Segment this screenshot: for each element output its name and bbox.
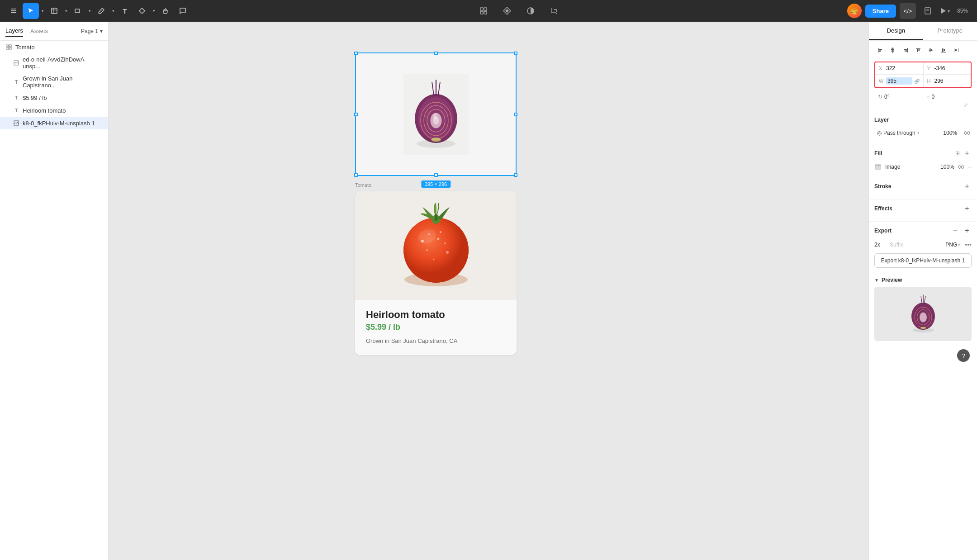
constrain-icon[interactable]: 🔗 <box>914 79 920 84</box>
code-button[interactable]: </> <box>900 3 916 19</box>
selected-frame[interactable]: 395 × 296 <box>355 52 517 176</box>
svg-point-49 <box>433 259 434 260</box>
y-field[interactable]: Y -346 <box>923 62 971 75</box>
corner-field[interactable]: ⌐ 0 <box>923 92 972 102</box>
layer-visibility-button[interactable] <box>963 128 972 138</box>
tab-assets[interactable]: Assets <box>30 26 48 36</box>
fill-add-button[interactable]: + <box>963 149 972 158</box>
preview-title: Preview <box>882 277 902 283</box>
resize-handle-bm[interactable] <box>434 173 438 177</box>
book-button[interactable] <box>920 3 936 19</box>
preview-header[interactable]: ▼ Preview <box>869 272 977 287</box>
component2-button[interactable] <box>499 3 515 19</box>
svg-rect-55 <box>879 49 882 50</box>
svg-rect-22 <box>9 45 11 47</box>
resize-handle-lm[interactable] <box>354 113 358 116</box>
component-tool-button[interactable] <box>134 3 150 19</box>
select-tool-arrow[interactable]: ▾ <box>40 3 45 19</box>
component-tool-arrow[interactable]: ▾ <box>151 3 157 19</box>
contrast-button[interactable] <box>522 3 539 19</box>
layer-opacity[interactable]: 100% <box>940 128 960 138</box>
export-scale[interactable]: 2x <box>874 242 887 248</box>
resize-handle-tr[interactable] <box>514 52 517 55</box>
tab-design[interactable]: Design <box>869 22 923 40</box>
resize-mode-button[interactable]: ⤢ <box>963 102 968 108</box>
fill-grid-icon[interactable]: ⊞ <box>955 150 960 157</box>
hand-tool-button[interactable] <box>157 3 174 19</box>
svg-rect-2 <box>11 12 16 13</box>
x-field[interactable]: X 322 <box>875 62 923 75</box>
share-button[interactable]: Share <box>865 5 896 18</box>
center-tools <box>193 3 845 19</box>
zoom-level[interactable]: 85% <box>953 6 972 16</box>
select-tool-button[interactable] <box>23 3 39 19</box>
export-add-button[interactable]: + <box>963 226 972 235</box>
export-more-button[interactable]: ••• <box>965 241 972 248</box>
layer-item-image1[interactable]: ed-o-neil-AvvdZlhDowA-unsp... <box>0 53 108 72</box>
frame-tool-button[interactable] <box>46 3 62 19</box>
play-button[interactable]: ▾ <box>939 7 950 14</box>
fill-opacity-value[interactable]: 100% <box>940 164 954 170</box>
preview-section: ▼ Preview <box>869 272 977 346</box>
layer-item-image-selected[interactable]: k8-0_fkPHulv-M-unsplash 1 <box>0 117 108 129</box>
align-center-v-button[interactable] <box>887 44 899 56</box>
autofit-button[interactable] <box>475 3 492 19</box>
resize-handle-tl[interactable] <box>354 52 358 55</box>
tab-layers[interactable]: Layers <box>5 25 23 37</box>
left-panel: Layers Assets Page 1 ▾ Tomato ed-o-neil-… <box>0 22 109 560</box>
layer-item-text-grown[interactable]: T Grown in San Juan Capistrano... <box>0 72 108 91</box>
resize-handle-rm[interactable] <box>514 113 517 116</box>
pen-tool-button[interactable] <box>93 3 109 19</box>
fill-section: Fill ⊞ + Image 100% − <box>869 144 977 177</box>
export-format-selector[interactable]: PNG ▾ <box>944 241 962 249</box>
right-panel-tabs: Design Prototype <box>869 22 977 41</box>
distribute-h-button[interactable] <box>950 44 962 56</box>
menu-button[interactable] <box>5 3 22 19</box>
export-button[interactable]: Export k8-0_fkPHulv-M-unsplash 1 <box>874 253 972 268</box>
svg-rect-57 <box>892 47 893 53</box>
align-bottom-button[interactable] <box>938 44 949 56</box>
frame-tool-arrow[interactable]: ▾ <box>63 3 69 19</box>
svg-rect-60 <box>907 48 908 52</box>
help-button[interactable]: ? <box>957 349 970 362</box>
pen-tool-arrow[interactable]: ▾ <box>110 3 116 19</box>
export-remove-button[interactable]: − <box>951 226 960 235</box>
svg-point-28 <box>17 122 18 123</box>
align-middle-button[interactable] <box>925 44 937 56</box>
align-right-button[interactable] <box>900 44 911 56</box>
w-field[interactable]: W 395 🔗 <box>875 75 923 87</box>
fill-visibility-button[interactable] <box>958 164 964 171</box>
shape-tool-button[interactable] <box>70 3 86 19</box>
tomato-description: Grown in San Juan Capistrano, CA <box>366 337 506 344</box>
rotation-field[interactable]: ↻ 0° <box>874 92 923 102</box>
left-tools: ▾ ▾ ▾ ▾ T ▾ <box>5 3 191 19</box>
effects-section: Effects + <box>869 199 977 221</box>
resize-handle-br[interactable] <box>514 173 517 177</box>
tomato-card[interactable]: Heirloom tomato $5.99 / lb Grown in San … <box>355 191 517 355</box>
resize-handle-tm[interactable] <box>434 52 438 55</box>
stroke-section-header: Stroke + <box>874 182 972 191</box>
canvas-area[interactable]: Tomato <box>109 22 868 560</box>
fill-remove-button[interactable]: − <box>968 163 972 171</box>
layer-item-text-price[interactable]: T $5.99 / lb <box>0 91 108 104</box>
layer-item-text-heirloom[interactable]: T Heirloom tomato <box>0 104 108 117</box>
align-top-button[interactable] <box>912 44 924 56</box>
user-avatar[interactable]: 🍔 <box>847 4 862 18</box>
svg-marker-7 <box>139 8 145 14</box>
tab-prototype[interactable]: Prototype <box>923 22 977 40</box>
align-left-button[interactable] <box>874 44 886 56</box>
comment-tool-button[interactable] <box>175 3 191 19</box>
h-field[interactable]: H 296 <box>923 75 971 87</box>
blend-mode-selector[interactable]: ◎ Pass through ▾ <box>874 128 922 138</box>
resize-handle-bl[interactable] <box>354 173 358 177</box>
effects-add-button[interactable]: + <box>963 204 972 213</box>
export-suffix[interactable]: Suffix <box>890 242 941 248</box>
crop-button[interactable] <box>546 3 562 19</box>
page-selector[interactable]: Page 1 ▾ <box>81 28 103 34</box>
stroke-add-button[interactable]: + <box>963 182 972 191</box>
layer-item-tomato-group[interactable]: Tomato <box>0 41 108 53</box>
text-tool-button[interactable]: T <box>117 3 133 19</box>
shape-tool-arrow[interactable]: ▾ <box>87 3 92 19</box>
toolbar-right: 🍔 Share </> ▾ 85% <box>847 3 972 19</box>
layers-list: Tomato ed-o-neil-AvvdZlhDowA-unsp... T G… <box>0 41 108 129</box>
